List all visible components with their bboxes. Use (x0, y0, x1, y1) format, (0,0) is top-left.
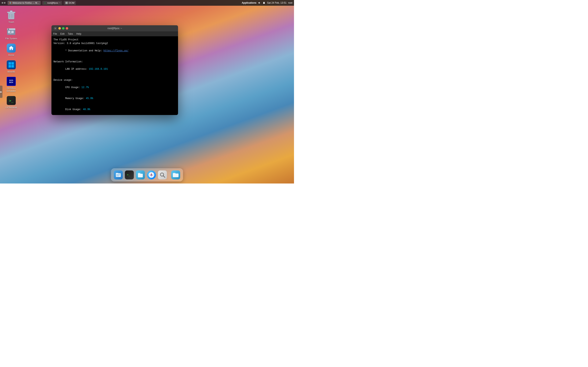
terminal-line-4: Network Information: (53, 60, 176, 64)
svg-rect-17 (9, 33, 11, 34)
terminal-body[interactable]: The FlyOS Project Version: 3.0 alpha bui… (52, 36, 178, 115)
trash-label: Trash (8, 21, 14, 24)
terminal-window-controls (58, 27, 68, 30)
dock-item-search[interactable] (158, 170, 167, 180)
dock-item-terminal[interactable]: >_ (125, 170, 134, 180)
filesystem-label: File System (5, 37, 17, 40)
terminal-menu-edit[interactable]: Edit (60, 33, 65, 35)
menubar: Welcome to Firefox — M... >_ root@flyos:… (0, 0, 294, 6)
home-icon (6, 43, 16, 53)
terminal-line-9: Disk Usage: 40.9% (53, 104, 176, 115)
dock-item-file-manager[interactable] (113, 170, 123, 180)
datetime-display: Sat 24 Feb, 13:51 (267, 1, 286, 4)
terminal-cpu-val: 12.7% (81, 86, 89, 89)
terminal-title: root@flyos: ~ (107, 27, 122, 30)
firefox-icon (9, 2, 12, 4)
svg-line-38 (163, 176, 165, 177)
files-dock-svg (138, 172, 143, 178)
dock-item-safari[interactable] (147, 170, 156, 180)
terminal-mem-val: 45.9% (86, 97, 93, 100)
desktop-icons-container: Trash File System (4, 10, 18, 109)
home-svg (8, 45, 14, 51)
menubar-left: Welcome to Firefox — M... >_ root@flyos:… (2, 1, 77, 5)
terminal-window: root@flyos: ~ File Edit Tabs Help The Fl… (52, 25, 178, 115)
desktop-icon-home[interactable]: Home (4, 43, 18, 57)
svg-point-14 (8, 29, 9, 30)
terminal-disk-pre: Disk Usage: (65, 108, 83, 111)
tab-firefox-label: Welcome to Firefox — M... (12, 2, 39, 4)
tab-dcim[interactable]: DCIM (64, 1, 76, 5)
desktop-icon-dosbox[interactable]: DOSBOX DOSBoxEmulator (4, 76, 18, 92)
desktop-icon-trash[interactable]: Trash (4, 10, 18, 24)
terminal-line-8: Memory Usage: 45.9% (53, 93, 176, 104)
applications-menu[interactable]: Applications (242, 1, 256, 4)
menubar-right: Applications Sat 24 Feb, 13:51 root (242, 1, 292, 4)
svg-rect-20 (11, 62, 14, 65)
folder-dock-svg (173, 172, 179, 178)
desktop-icon-lxterminal[interactable]: >_ LXTerminal (4, 96, 18, 109)
terminal-blank-1 (53, 56, 176, 60)
terminal-maximize-button[interactable] (62, 27, 65, 30)
dock-item-folder[interactable] (171, 170, 181, 180)
svg-rect-31 (138, 173, 140, 174)
search-dock-svg (160, 172, 165, 178)
dcim-icon (65, 2, 68, 4)
svg-rect-28 (116, 176, 119, 176)
filesystem-icon (6, 27, 16, 36)
terminal-ip-pre: LAN IP address: (65, 68, 89, 71)
svg-rect-25 (116, 173, 118, 174)
indicator-dot-2 (4, 2, 6, 4)
terminal-menu: File Edit Tabs Help (52, 31, 178, 36)
svg-rect-22 (11, 65, 14, 67)
terminal-tab-icon: >_ (44, 2, 46, 4)
svg-rect-16 (11, 31, 14, 33)
svg-point-1 (10, 2, 11, 3)
svg-rect-19 (9, 62, 11, 65)
trash-icon (6, 10, 16, 20)
tab-terminal-label: root@flyos: ~ (47, 2, 61, 4)
terminal-dock-svg: >_ (127, 173, 132, 177)
dock-separator (169, 172, 169, 180)
terminal-line-2: Version: 3.0 alpha build3001 testpkg2 (53, 42, 176, 45)
terminal-minimize-button[interactable] (58, 27, 61, 30)
trash-svg (7, 10, 16, 20)
lxterminal-icon: >_ (6, 96, 16, 105)
svg-rect-27 (116, 175, 121, 175)
svg-rect-40 (173, 173, 176, 174)
filesystem-svg (7, 27, 16, 36)
desktop-icon-filesystem[interactable]: File System (4, 27, 18, 40)
folder-dock-icon (171, 170, 180, 179)
terminal-disk-val: 40.9% (83, 108, 90, 111)
dosbox-icon: DOSBOX (6, 76, 16, 86)
wine86-svg (8, 61, 15, 68)
safari-dock-svg (148, 172, 155, 178)
user-display: root (288, 1, 292, 4)
files-dock-icon (136, 170, 145, 179)
terminal-line-6: Device usage: (53, 78, 176, 82)
terminal-line-5: LAN IP address: 192.168.0.101 (53, 64, 176, 75)
file-manager-icon (114, 170, 123, 179)
terminal-doc-pre: * Documentation and Help: (65, 49, 104, 52)
terminal-titlebar: root@flyos: ~ (52, 25, 178, 31)
dock-item-files[interactable] (136, 170, 145, 180)
system-indicators (2, 2, 6, 4)
terminal-line-3: * Documentation and Help: https://flyos.… (53, 45, 176, 56)
svg-rect-26 (116, 174, 121, 175)
svg-point-36 (151, 175, 152, 175)
tab-dcim-label: DCIM (69, 2, 74, 4)
terminal-close-button[interactable] (66, 27, 68, 30)
terminal-menu-tabs[interactable]: Tabs (68, 33, 73, 35)
svg-rect-5 (66, 2, 67, 3)
bell-icon (263, 1, 265, 4)
lxterminal-label: LXTerminal (6, 106, 17, 109)
tab-firefox[interactable]: Welcome to Firefox — M... (8, 1, 41, 5)
tab-terminal[interactable]: >_ root@flyos: ~ (42, 1, 62, 5)
dosbox-icon-img: DOSBOX (7, 77, 16, 86)
wine86-icon (6, 60, 16, 70)
terminal-line-1: The FlyOS Project (53, 38, 176, 42)
desktop-icon-wine86[interactable]: Wine86 (4, 60, 18, 73)
side-panel-handle[interactable]: ▶ (0, 86, 2, 98)
terminal-menu-file[interactable]: File (53, 33, 57, 35)
terminal-menu-help[interactable]: Help (76, 33, 81, 35)
terminal-doc-link[interactable]: https://flyos.us/ (104, 49, 129, 52)
